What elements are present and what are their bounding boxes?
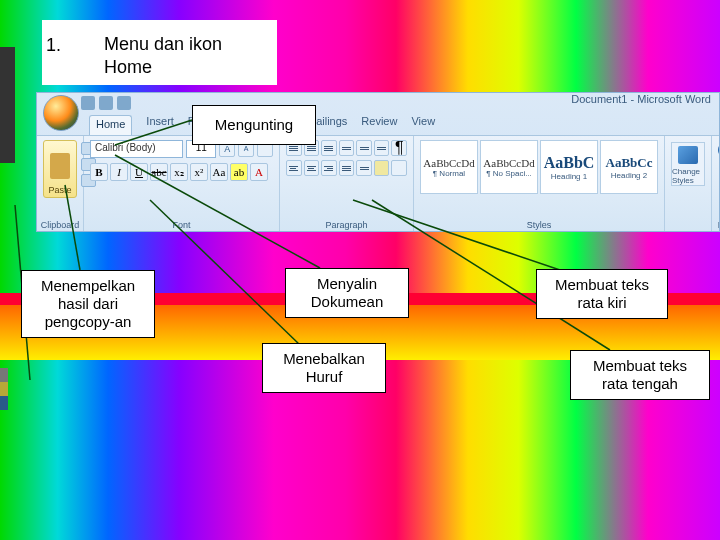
subscript-button[interactable]: x₂ [170, 163, 188, 181]
align-left-button[interactable] [286, 160, 302, 176]
tab-view[interactable]: View [411, 115, 435, 135]
sort-button[interactable] [374, 140, 390, 156]
style-label: Heading 2 [611, 171, 647, 180]
tab-home[interactable]: Home [89, 115, 132, 135]
superscript-button[interactable]: x² [190, 163, 208, 181]
line-spacing-button[interactable] [356, 160, 372, 176]
callout-menempelkan: Menempelkan hasil dari pengcopy-an [21, 270, 155, 338]
group-font: Calibri (Body) 11 A A B I U abc x₂ x² Aa… [84, 136, 280, 231]
accent-bar [0, 368, 8, 410]
quick-access-toolbar [81, 96, 131, 110]
font-color-button[interactable]: A [250, 163, 268, 181]
word-ribbon: Document1 - Microsoft Word Home Insert P… [36, 92, 720, 232]
group-label: Clipboard [37, 220, 83, 230]
change-styles-icon [678, 146, 698, 164]
callout-mengunting: Mengunting [192, 105, 316, 145]
style-heading2[interactable]: AaBbCc Heading 2 [600, 140, 658, 194]
style-preview: AaBbCcDd [423, 157, 474, 169]
justify-button[interactable] [339, 160, 355, 176]
callout-menyalin: Menyalin Dokumean [285, 268, 409, 318]
title-line: Home [104, 57, 152, 77]
callout-rata-tengah: Membuat teks rata tengah [570, 350, 710, 400]
group-clipboard: Paste Clipboard [37, 136, 84, 231]
group-label: Edit [712, 220, 720, 230]
change-styles-label: Change Styles [672, 167, 704, 185]
accent-bar [0, 47, 15, 163]
style-label: ¶ No Spaci... [486, 169, 532, 178]
document-title: Document1 - Microsoft Word [571, 93, 711, 115]
group-label: Paragraph [280, 220, 413, 230]
show-marks-button[interactable]: ¶ [391, 140, 407, 156]
style-preview: AaBbCcDd [483, 157, 534, 169]
group-editing: Edit [712, 136, 720, 231]
style-preview: AaBbCc [606, 155, 653, 171]
paste-icon [50, 153, 70, 179]
style-label: Heading 1 [551, 172, 587, 181]
style-normal[interactable]: AaBbCcDd ¶ Normal [420, 140, 478, 194]
italic-button[interactable]: I [110, 163, 128, 181]
align-center-button[interactable] [304, 160, 320, 176]
tab-review[interactable]: Review [361, 115, 397, 135]
borders-button[interactable] [391, 160, 407, 176]
group-label: Font [84, 220, 279, 230]
callout-rata-kiri: Membuat teks rata kiri [536, 269, 668, 319]
undo-icon[interactable] [99, 96, 113, 110]
decrease-indent-button[interactable] [339, 140, 355, 156]
font-name-dropdown[interactable]: Calibri (Body) [90, 140, 183, 158]
slide-title: Menu dan ikon Home [104, 33, 222, 78]
strike-button[interactable]: abc [150, 163, 168, 181]
style-label: ¶ Normal [433, 169, 465, 178]
slide-number: 1. [46, 35, 61, 56]
group-paragraph: ¶ Paragraph [280, 136, 414, 231]
group-label: Styles [414, 220, 664, 230]
group-change-styles: Change Styles [665, 136, 712, 231]
change-styles-button[interactable]: Change Styles [671, 142, 705, 186]
redo-icon[interactable] [117, 96, 131, 110]
style-nospacing[interactable]: AaBbCcDd ¶ No Spaci... [480, 140, 538, 194]
callout-menebalkan: Menebalkan Huruf [262, 343, 386, 393]
tab-insert[interactable]: Insert [146, 115, 174, 135]
bold-button[interactable]: B [90, 163, 108, 181]
underline-button[interactable]: U [130, 163, 148, 181]
align-right-button[interactable] [321, 160, 337, 176]
increase-indent-button[interactable] [356, 140, 372, 156]
title-line: Menu dan ikon [104, 34, 222, 54]
change-case-button[interactable]: Aa [210, 163, 228, 181]
ribbon-body: Paste Clipboard Calibri (Body) 11 A A B … [37, 135, 719, 231]
paste-button[interactable]: Paste [43, 140, 77, 198]
save-icon[interactable] [81, 96, 95, 110]
shading-button[interactable] [374, 160, 390, 176]
style-heading1[interactable]: AaBbC Heading 1 [540, 140, 598, 194]
multilevel-button[interactable] [321, 140, 337, 156]
highlight-button[interactable]: ab [230, 163, 248, 181]
group-styles: AaBbCcDd ¶ Normal AaBbCcDd ¶ No Spaci...… [414, 136, 665, 231]
paste-label: Paste [48, 185, 71, 195]
style-preview: AaBbC [544, 154, 595, 172]
